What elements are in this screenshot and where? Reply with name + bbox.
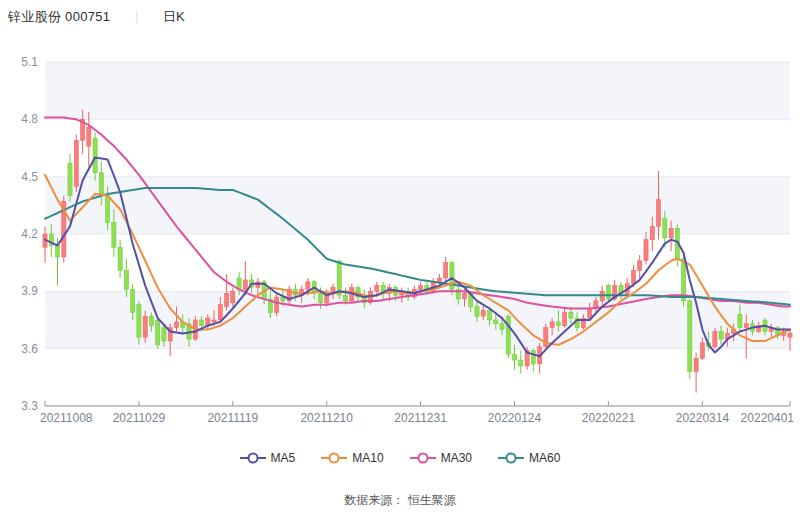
candlestick-chart-canvas[interactable]: 5.14.84.54.23.93.63.32021100820211029202… [0, 0, 800, 446]
legend-item-ma60[interactable]: MA60 [498, 451, 560, 465]
svg-text:4.2: 4.2 [21, 227, 38, 241]
svg-text:20220221: 20220221 [582, 411, 636, 425]
svg-text:5.1: 5.1 [21, 55, 38, 69]
svg-text:20220401: 20220401 [741, 411, 795, 425]
legend-item-ma10[interactable]: MA10 [321, 451, 383, 465]
ma10-legend-marker-icon [321, 452, 347, 464]
ma60-legend-marker-icon [498, 452, 524, 464]
data-source-note: 数据来源： 恒生聚源 [0, 492, 800, 509]
legend-item-ma30[interactable]: MA30 [410, 451, 472, 465]
stock-chart-page: 锌业股份 000751 ｜ 日K 5.14.84.54.23.93.63.320… [0, 0, 800, 517]
ma-legend: MA5MA10MA30MA60 [0, 451, 800, 465]
legend-item-ma5[interactable]: MA5 [240, 451, 296, 465]
candles-layer [43, 110, 792, 393]
legend-label: MA5 [271, 451, 296, 465]
legend-label: MA30 [441, 451, 472, 465]
plot-band [45, 62, 790, 119]
svg-text:20211008: 20211008 [40, 411, 93, 425]
svg-text:20220314: 20220314 [676, 411, 730, 425]
svg-text:3.3: 3.3 [21, 399, 38, 413]
svg-text:20220124: 20220124 [488, 411, 542, 425]
svg-text:3.6: 3.6 [21, 342, 38, 356]
ma30-legend-marker-icon [410, 452, 436, 464]
ma5-legend-marker-icon [240, 452, 266, 464]
svg-text:20211119: 20211119 [207, 411, 258, 425]
plot-band [45, 177, 790, 234]
svg-text:4.8: 4.8 [21, 112, 38, 126]
svg-text:3.9: 3.9 [21, 284, 38, 298]
svg-text:4.5: 4.5 [21, 170, 38, 184]
legend-label: MA60 [529, 451, 560, 465]
legend-label: MA10 [352, 451, 383, 465]
svg-text:20211231: 20211231 [394, 411, 447, 425]
svg-text:20211210: 20211210 [300, 411, 353, 425]
svg-text:20211029: 20211029 [113, 411, 166, 425]
